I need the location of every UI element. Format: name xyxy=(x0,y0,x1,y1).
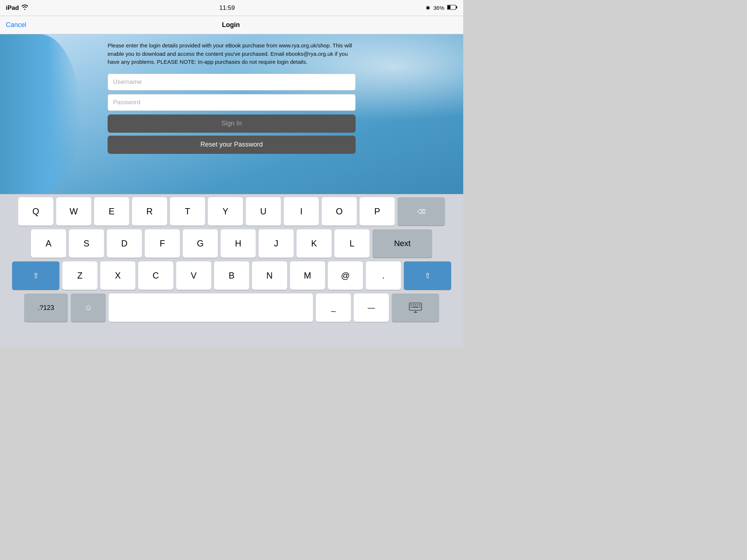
svg-rect-5 xyxy=(413,304,414,306)
reset-password-button[interactable]: Reset your Password xyxy=(108,136,356,154)
space-key[interactable] xyxy=(109,293,313,322)
key-row-1: Q W E R T Y U I O P ⌫ xyxy=(1,197,462,226)
key-D[interactable]: D xyxy=(107,229,142,258)
password-input[interactable] xyxy=(108,94,356,111)
svg-rect-4 xyxy=(410,304,412,306)
key-V[interactable]: V xyxy=(176,261,211,290)
cancel-button[interactable]: Cancel xyxy=(6,21,26,29)
svg-rect-2 xyxy=(448,5,450,9)
battery-icon xyxy=(447,5,457,11)
battery-percent: 36% xyxy=(433,5,444,11)
svg-rect-9 xyxy=(410,307,412,308)
login-description: Please enter the login details provided … xyxy=(108,42,356,66)
signin-button[interactable]: Sign In xyxy=(108,114,356,133)
keyboard-rows: Q W E R T Y U I O P ⌫ A S D F G H J K L … xyxy=(0,194,463,323)
key-Q[interactable]: Q xyxy=(18,197,53,226)
key-K[interactable]: K xyxy=(297,229,332,258)
delete-icon: ⌫ xyxy=(417,208,426,215)
shift-left-key[interactable]: ⇧ xyxy=(12,261,59,290)
nav-bar: Cancel Login xyxy=(0,16,463,34)
key-row-3: ⇧ Z X C V B N M @ . ⇧ xyxy=(1,261,462,290)
svg-rect-11 xyxy=(419,307,421,308)
keyboard-hide-key[interactable] xyxy=(392,293,439,322)
key-E[interactable]: E xyxy=(94,197,129,226)
status-left: iPad xyxy=(6,4,28,12)
key-L[interactable]: L xyxy=(334,229,369,258)
key-X[interactable]: X xyxy=(100,261,135,290)
svg-rect-1 xyxy=(456,6,457,8)
time-display: 11:59 xyxy=(219,4,235,12)
underscore-key[interactable]: _ xyxy=(316,293,351,322)
svg-rect-8 xyxy=(419,304,421,306)
dash-key[interactable]: — xyxy=(354,293,389,322)
delete-key[interactable]: ⌫ xyxy=(398,197,445,226)
device-label: iPad xyxy=(6,4,19,12)
arch-decoration xyxy=(0,34,80,194)
svg-rect-10 xyxy=(413,307,418,308)
status-bar: iPad 11:59 ✱ 36% xyxy=(0,0,463,16)
keyboard: Q W E R T Y U I O P ⌫ A S D F G H J K L … xyxy=(0,194,463,347)
key-W[interactable]: W xyxy=(56,197,91,226)
key-G[interactable]: G xyxy=(183,229,218,258)
shift-right-key[interactable]: ⇧ xyxy=(404,261,451,290)
wifi-icon xyxy=(21,4,28,12)
key-H[interactable]: H xyxy=(221,229,256,258)
key-S[interactable]: S xyxy=(69,229,104,258)
key-A[interactable]: A xyxy=(31,229,66,258)
key-B[interactable]: B xyxy=(214,261,249,290)
username-input[interactable] xyxy=(108,74,356,90)
key-Z[interactable]: Z xyxy=(62,261,97,290)
key-P[interactable]: P xyxy=(360,197,395,226)
nav-title: Login xyxy=(222,21,240,29)
key-M[interactable]: M xyxy=(290,261,325,290)
main-content: Please enter the login details provided … xyxy=(0,34,463,194)
key-N[interactable]: N xyxy=(252,261,287,290)
shift-right-icon: ⇧ xyxy=(425,271,431,280)
bluetooth-icon: ✱ xyxy=(426,5,430,11)
svg-rect-7 xyxy=(417,304,418,306)
key-R[interactable]: R xyxy=(132,197,167,226)
key-O[interactable]: O xyxy=(322,197,357,226)
key-F[interactable]: F xyxy=(145,229,180,258)
emoji-key[interactable]: ☺ xyxy=(71,293,106,322)
numbers-key[interactable]: .?123 xyxy=(24,293,68,322)
svg-rect-6 xyxy=(415,304,416,306)
next-key[interactable]: Next xyxy=(372,229,432,258)
key-C[interactable]: C xyxy=(138,261,173,290)
key-row-4: .?123 ☺ _ — xyxy=(1,293,462,322)
emoji-icon: ☺ xyxy=(84,303,92,312)
key-period[interactable]: . xyxy=(366,261,401,290)
status-right: ✱ 36% xyxy=(426,5,457,11)
key-Y[interactable]: Y xyxy=(208,197,243,226)
key-J[interactable]: J xyxy=(259,229,294,258)
key-U[interactable]: U xyxy=(246,197,281,226)
key-row-2: A S D F G H J K L Next xyxy=(1,229,462,258)
shift-left-icon: ⇧ xyxy=(33,271,39,280)
key-at[interactable]: @ xyxy=(328,261,363,290)
key-T[interactable]: T xyxy=(170,197,205,226)
login-form-container: Please enter the login details provided … xyxy=(108,42,356,154)
key-I[interactable]: I xyxy=(284,197,319,226)
